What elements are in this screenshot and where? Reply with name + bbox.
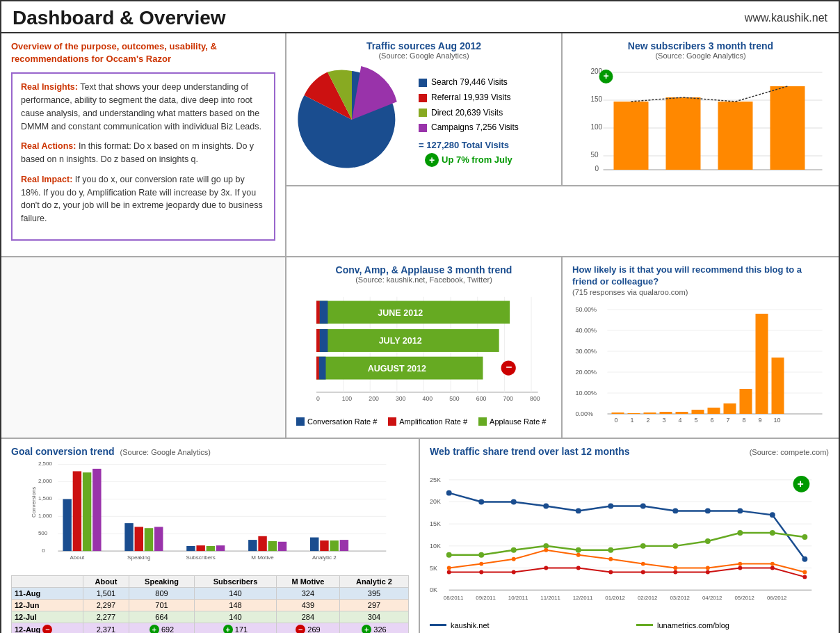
conv-chart: 0 100 200 300 400 500 600 700 800: [296, 288, 551, 413]
svg-point-151: [478, 552, 484, 557]
svg-point-185: [802, 575, 807, 579]
svg-point-147: [737, 508, 743, 513]
legend-list: Search 79,446 Visits Referral 19,939 Vis…: [419, 75, 519, 135]
svg-text:6: 6: [711, 417, 714, 424]
legend-direct: Direct 20,639 Visits: [419, 106, 519, 121]
svg-text:M Motive: M Motive: [251, 554, 274, 560]
svg-text:800: 800: [530, 395, 540, 402]
svg-rect-74: [740, 389, 752, 414]
goal-subtitle: (Source: Google Analytics): [120, 448, 211, 456]
webtraffic-header: Web traffic share trend over last 12 mon…: [430, 446, 829, 457]
svg-rect-108: [154, 527, 163, 551]
svg-text:0K: 0K: [430, 586, 437, 593]
svg-rect-110: [196, 545, 204, 551]
goal-title: Goal conversion trend: [11, 446, 115, 457]
june-conv: [320, 301, 328, 323]
cell: 2,297: [83, 599, 129, 611]
col-speaking: Speaking: [129, 575, 195, 587]
col-subscribers: Subscribers: [195, 575, 277, 587]
svg-text:4: 4: [679, 417, 682, 424]
traffic-title: Traffic sources Aug 2012: [296, 40, 551, 51]
svg-point-138: [446, 490, 452, 495]
nps-chart: 0.00% 10.00% 20.00% 30.00% 40.00% 50.00%: [572, 299, 829, 428]
legend-search: Search 79,446 Visits: [419, 75, 519, 90]
row-label: 12-Jun: [12, 599, 83, 611]
svg-text:0: 0: [615, 417, 618, 424]
svg-text:100: 100: [591, 123, 603, 131]
goal-header: Goal conversion trend (Source: Google An…: [11, 446, 409, 457]
real-impact: Real Impact: If you do x, our conversion…: [21, 173, 266, 225]
col-about: About: [83, 575, 129, 587]
intro-text: Overview of the purpose, outcomes, usabi…: [11, 40, 275, 65]
svg-point-150: [446, 552, 452, 557]
svg-point-158: [705, 538, 711, 544]
svg-rect-103: [83, 472, 91, 551]
svg-text:08/2011: 08/2011: [444, 595, 464, 601]
svg-text:9: 9: [759, 417, 762, 424]
svg-text:400: 400: [423, 395, 433, 402]
svg-text:200: 200: [369, 395, 379, 402]
up-icon: +: [362, 625, 371, 633]
svg-rect-119: [330, 540, 338, 551]
svg-text:7: 7: [727, 417, 730, 424]
svg-point-175: [479, 570, 483, 574]
svg-rect-101: [63, 499, 71, 551]
svg-text:10.00%: 10.00%: [576, 390, 597, 396]
svg-rect-116: [278, 541, 286, 550]
svg-text:100: 100: [342, 395, 353, 402]
svg-text:Speaking: Speaking: [127, 554, 150, 560]
svg-point-182: [706, 570, 710, 574]
svg-text:30.00%: 30.00%: [576, 348, 597, 355]
svg-text:40.00%: 40.00%: [576, 327, 597, 334]
cell: 284: [276, 611, 339, 623]
svg-point-156: [640, 543, 646, 549]
cell: 324: [276, 587, 339, 599]
up-icon: +: [223, 625, 233, 633]
svg-rect-104: [92, 469, 101, 551]
svg-text:About: About: [70, 554, 85, 560]
up-icon: +: [150, 625, 159, 633]
svg-text:+: +: [604, 70, 609, 81]
svg-rect-76: [772, 358, 784, 414]
campaigns-label: Campaigns 7,256 Visits: [431, 120, 519, 136]
svg-text:1,500: 1,500: [38, 495, 53, 502]
svg-point-157: [672, 543, 678, 549]
pie-chart: [296, 64, 407, 178]
aug-amp: [316, 357, 319, 380]
nps-panel: How likely is it that you will recommend…: [563, 257, 839, 438]
legend-campaigns: Campaigns 7,256 Visits: [419, 120, 519, 136]
conv-legend-applause: Applause Rate #: [478, 417, 546, 426]
svg-text:1,000: 1,000: [38, 513, 53, 519]
svg-rect-114: [258, 536, 266, 550]
svg-text:15K: 15K: [430, 520, 441, 527]
svg-rect-118: [320, 540, 328, 551]
cell: + 326: [339, 623, 408, 633]
svg-point-169: [673, 566, 677, 570]
webtraffic-title: Web traffic share trend over last 12 mon…: [430, 446, 630, 457]
cell: 140: [195, 587, 277, 599]
amp-color: [388, 417, 396, 426]
svg-rect-68: [644, 412, 656, 414]
svg-point-180: [641, 570, 645, 574]
svg-point-179: [608, 570, 613, 574]
svg-point-162: [447, 566, 451, 570]
svg-text:700: 700: [503, 395, 513, 402]
webtraffic-chart: 0K 5K 10K 15K 20K 25K: [430, 457, 829, 617]
svg-text:1: 1: [631, 417, 634, 424]
legend-kaushik: kaushik.net: [430, 621, 622, 630]
svg-point-181: [673, 570, 677, 574]
table-row: 12-Aug − 2,371 + 692 + 171 − 269 + 326: [12, 623, 409, 633]
real-actions: Real Actions: In this format: Do x based…: [21, 140, 266, 166]
subscribers-chart: 200 150 100 50 0 Aug 11: [572, 64, 829, 175]
svg-rect-73: [724, 403, 736, 414]
svg-text:JULY 2012: JULY 2012: [379, 336, 422, 346]
cell: 439: [276, 599, 339, 611]
svg-point-141: [543, 503, 549, 508]
traffic-subtitle: (Source: Google Analytics): [296, 51, 551, 60]
lunametrics-label: lunametrics.com/blog: [657, 621, 729, 630]
svg-point-168: [641, 561, 645, 566]
svg-text:06/2012: 06/2012: [767, 595, 787, 601]
table-row: 12-Jul 2,277 664 140 284 304: [12, 611, 409, 623]
svg-text:Analytic 2: Analytic 2: [312, 554, 337, 560]
goal-panel: Goal conversion trend (Source: Google An…: [1, 439, 420, 633]
